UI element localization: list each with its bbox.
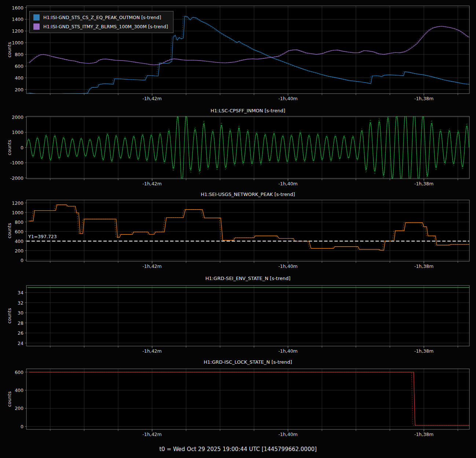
x-tick-label: -1h,40m: [278, 348, 297, 354]
chart-cpsff-plot: -2000-1000010002000-1h,42m-1h,40m-1h,38m…: [0, 114, 476, 188]
y-axis-label: counts: [7, 308, 12, 324]
x-tick-label: -1h,40m: [278, 263, 297, 269]
y-tick-label: 600: [15, 370, 23, 375]
chart-title-lock-state: H1:GRD-ISC_LOCK_STATE_N [s-trend]: [26, 359, 469, 365]
legend-swatch-icon: [33, 14, 40, 21]
y-tick-label: 32: [18, 300, 23, 306]
chart-title-cpsff: H1:LSC-CPSFF_INMON [s-trend]: [26, 108, 469, 114]
y-tick-label: 1000: [12, 210, 23, 215]
chart-usgs-plot: 020040060080010001200-1h,42m-1h,40m-1h,3…: [0, 197, 476, 272]
x-tick-label: -1h,42m: [143, 181, 162, 186]
y-tick-label: 200: [15, 87, 23, 92]
x-tick-label: -1h,38m: [414, 96, 433, 101]
y-tick-label: 0: [21, 258, 23, 263]
legend-item: H1:ISI-GND_STS_ITMY_Z_BLRMS_100M_300M [s…: [33, 23, 168, 30]
y-tick-label: 1000: [12, 40, 23, 46]
y-axis-label: counts: [7, 392, 12, 407]
y-tick-label: 400: [15, 239, 23, 244]
y-tick-label: 600: [15, 229, 23, 235]
y-tick-label: 24: [18, 341, 23, 346]
chart-lock-state-plot: 0200400600-1h,42m-1h,40m-1h,38mcounts: [0, 366, 476, 440]
x-tick-label: -1h,42m: [143, 96, 162, 101]
y-tick-label: 400: [15, 388, 23, 393]
x-tick-label: -1h,40m: [278, 96, 297, 101]
x-tick-label: -1h,38m: [414, 432, 433, 437]
y-tick-label: -2000: [10, 175, 23, 181]
x-tick-label: -1h,42m: [143, 263, 162, 269]
chart-title-env-state: H1:GRD-SEI_ENV_STATE_N [s-trend]: [26, 276, 469, 281]
threshold-label: Y1=397.723: [28, 234, 57, 239]
y-tick-label: 600: [15, 63, 23, 69]
y-tick-label: 0: [21, 424, 23, 429]
y-tick-label: 0: [21, 145, 23, 150]
chart-env-state-plot: 242628303234-1h,42m-1h,40m-1h,38mcounts: [0, 282, 476, 355]
chart-title-usgs: H1:SEI-USGS_NETWORK_PEAK [s-trend]: [26, 192, 469, 197]
x-tick-label: -1h,38m: [414, 181, 433, 186]
y-tick-label: 2000: [12, 114, 23, 120]
x-tick-label: -1h,42m: [143, 348, 162, 354]
t0-timestamp: t0 = Wed Oct 29 2025 19:00:44 UTC [14457…: [0, 446, 476, 452]
y-tick-label: 800: [15, 52, 23, 57]
legend-swatch-icon: [33, 23, 40, 30]
y-axis-label: counts: [7, 223, 12, 239]
y-axis-label: counts: [7, 42, 12, 58]
trend-figure: 2004006008001000120014001600-1h,42m-1h,4…: [0, 0, 476, 458]
x-tick-label: -1h,38m: [414, 348, 433, 354]
y-tick-label: 30: [18, 310, 23, 316]
y-tick-label: 28: [18, 320, 23, 326]
y-tick-label: 1400: [12, 17, 23, 22]
y-tick-label: 26: [18, 330, 23, 336]
y-tick-label: 1000: [12, 130, 23, 135]
y-tick-label: 1600: [12, 5, 23, 11]
y-tick-label: 1200: [12, 200, 23, 206]
legend-label: H1:ISI-GND_STS_ITMY_Z_BLRMS_100M_300M [s…: [43, 24, 168, 29]
legend-box: H1:ISI-GND_STS_CS_Z_EQ_PEAK_OUTMON [s-tr…: [29, 11, 173, 33]
x-tick-label: -1h,38m: [414, 263, 433, 269]
y-tick-label: 800: [15, 219, 23, 225]
x-tick-label: -1h,40m: [278, 181, 297, 186]
y-tick-label: 34: [18, 290, 23, 295]
y-tick-label: 1200: [12, 28, 23, 34]
y-tick-label: -1000: [10, 160, 23, 166]
legend-label: H1:ISI-GND_STS_CS_Z_EQ_PEAK_OUTMON [s-tr…: [43, 15, 161, 20]
y-tick-label: 400: [15, 75, 23, 81]
legend-item: H1:ISI-GND_STS_CS_Z_EQ_PEAK_OUTMON [s-tr…: [33, 14, 168, 21]
y-axis-label: counts: [7, 140, 12, 155]
y-tick-label: 200: [15, 248, 23, 254]
x-tick-label: -1h,42m: [143, 432, 162, 437]
x-tick-label: -1h,40m: [278, 432, 297, 437]
y-tick-label: 200: [15, 406, 23, 411]
